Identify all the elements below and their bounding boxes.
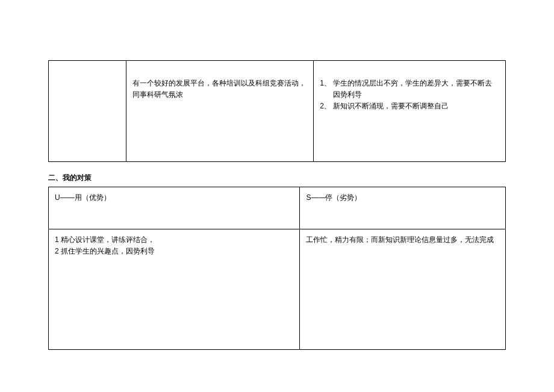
swot-opportunity-threat-table: 有一个较好的发展平台，各种培训以及科组竞赛活动，同事科研气氛浓 1、 学生的情况… [48, 60, 506, 162]
threat-item-1: 1、 学生的情况层出不穷，学生的差异大，需要不断去因势利导 [320, 78, 499, 101]
stop-weakness-body: 工作忙，精力有限；而新知识新理论信息量过多，无法完成 [300, 229, 506, 350]
opportunity-content-cell: 有一个较好的发展平台，各种培训以及科组竞赛活动，同事科研气氛浓 [126, 61, 314, 162]
stop-weakness-header: S——停（劣势） [300, 187, 506, 229]
use-strength-line2: 2 抓住学生的兴趣点，因势利导 [55, 246, 293, 257]
threat-list: 1、 学生的情况层出不穷，学生的差异大，需要不断去因势利导 2、 新知识不断涌现… [320, 78, 499, 113]
strategy-body-row: 1 精心设计课堂，讲练评结合， 2 抓住学生的兴趣点，因势利导 工作忙，精力有限… [49, 229, 506, 350]
strategy-table: U——用（优势） S——停（劣势） 1 精心设计课堂，讲练评结合， 2 抓住学生… [48, 187, 506, 350]
use-strength-line1: 1 精心设计课堂，讲练评结合， [55, 234, 293, 246]
threat-content-cell: 1、 学生的情况层出不穷，学生的差异大，需要不断去因势利导 2、 新知识不断涌现… [314, 61, 506, 162]
strategy-header-row: U——用（优势） S——停（劣势） [49, 187, 506, 229]
opportunity-text: 有一个较好的发展平台，各种培训以及科组竞赛活动，同事科研气氛浓 [132, 79, 306, 99]
opportunity-label-cell [49, 61, 126, 162]
use-strength-header: U——用（优势） [49, 187, 300, 229]
section-2-heading: 二、我的对策 [48, 173, 506, 183]
threat-item-2: 2、 新知识不断涌现，需要不断调整自己 [320, 101, 499, 112]
use-strength-body: 1 精心设计课堂，讲练评结合， 2 抓住学生的兴趣点，因势利导 [49, 229, 300, 350]
stop-weakness-text: 工作忙，精力有限；而新知识新理论信息量过多，无法完成 [306, 235, 494, 244]
